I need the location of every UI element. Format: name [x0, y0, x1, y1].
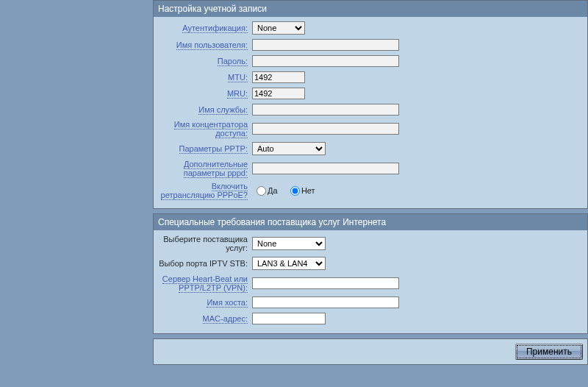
- pppoe-relay-radios: Да Нет: [252, 185, 321, 196]
- ac-name-input[interactable]: [252, 123, 399, 135]
- pppoe-relay-yes[interactable]: [257, 186, 266, 196]
- auth-label: Аутентификация:: [182, 24, 248, 33]
- username-label: Имя пользователя:: [176, 40, 248, 50]
- pptp-params-select[interactable]: Auto: [252, 142, 326, 155]
- isp-requirements-title: Специальные требования поставщика услуг …: [154, 214, 587, 230]
- account-settings-panel: Настройка учетной записи Аутентификация:…: [153, 0, 588, 209]
- actions-bar: Применить: [153, 338, 588, 365]
- isp-select[interactable]: None: [252, 237, 326, 250]
- mru-label: MRU:: [227, 89, 248, 99]
- password-input[interactable]: [252, 55, 399, 67]
- password-label: Пароль:: [218, 57, 248, 66]
- heartbeat-input[interactable]: [252, 277, 399, 289]
- account-settings-title: Настройка учетной записи: [154, 1, 587, 17]
- isp-requirements-body: Выберите поставщика услуг:None Выбор пор…: [154, 230, 587, 333]
- mru-input[interactable]: [252, 88, 305, 99]
- pppd-extra-input[interactable]: [252, 163, 399, 174]
- auth-select[interactable]: None: [252, 21, 305, 35]
- iptv-port-label: Выбор порта IPTV STB:: [159, 259, 248, 268]
- mtu-label: MTU:: [228, 73, 248, 82]
- username-input[interactable]: [252, 39, 399, 51]
- pppd-extra-label: Дополнительные параметры pppd:: [184, 160, 248, 178]
- ac-name-label: Имя концентратора доступа:: [174, 120, 248, 138]
- isp-requirements-panel: Специальные требования поставщика услуг …: [153, 213, 588, 334]
- mac-input[interactable]: [252, 313, 326, 324]
- service-name-input[interactable]: [252, 104, 399, 116]
- pptp-params-label: Параметры PPTP:: [179, 144, 248, 154]
- pppoe-relay-no[interactable]: [290, 186, 300, 196]
- account-settings-body: Аутентификация:None Имя пользователя: Па…: [154, 17, 587, 208]
- service-name-label: Имя службы:: [198, 105, 248, 115]
- mtu-input[interactable]: [252, 71, 305, 83]
- mac-label: MAC-адрес:: [203, 314, 248, 324]
- heartbeat-label: Сервер Heart-Beat или PPTP/L2TP (VPN):: [162, 274, 248, 293]
- pppoe-relay-label: Включить ретрансляцию PPPoE?: [161, 182, 248, 200]
- iptv-port-select[interactable]: LAN3 & LAN4: [252, 257, 326, 270]
- isp-select-label: Выберите поставщика услуг:: [163, 235, 248, 252]
- apply-button[interactable]: Применить: [515, 344, 583, 360]
- hostname-label: Имя хоста:: [207, 298, 248, 308]
- hostname-input[interactable]: [252, 297, 399, 308]
